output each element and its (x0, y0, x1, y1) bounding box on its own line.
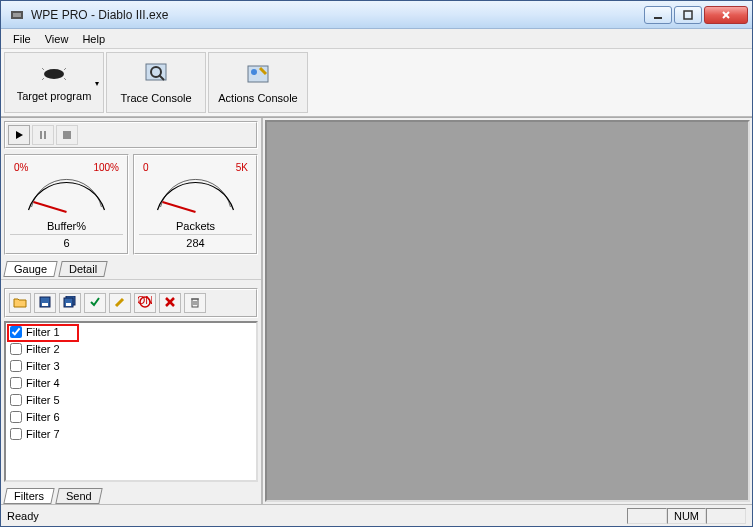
filter-item[interactable]: Filter 6 (6, 408, 256, 425)
filter-item[interactable]: Filter 3 (6, 357, 256, 374)
filter-checkbox[interactable] (10, 343, 22, 355)
trash-icon (189, 296, 201, 310)
filter-toolbar: ON (4, 288, 258, 318)
save-copy-button[interactable] (59, 293, 81, 313)
app-window: WPE PRO - Diablo III.exe File View Help … (0, 0, 753, 527)
menu-view[interactable]: View (39, 31, 75, 47)
filter-label: Filter 5 (26, 394, 60, 406)
svg-line-28 (116, 299, 123, 306)
buffer-gauge-high: 100% (93, 162, 119, 173)
delete-button[interactable] (159, 293, 181, 313)
play-button[interactable] (8, 125, 30, 145)
svg-rect-1 (13, 13, 21, 17)
packets-gauge-high: 5K (236, 162, 248, 173)
filter-label: Filter 4 (26, 377, 60, 389)
svg-rect-19 (44, 131, 46, 139)
clear-button[interactable] (184, 293, 206, 313)
tab-detail[interactable]: Detail (58, 261, 108, 277)
maximize-button[interactable] (674, 6, 702, 24)
edit-button[interactable] (109, 293, 131, 313)
trace-console-button[interactable]: Trace Console (106, 52, 206, 113)
trace-console-label: Trace Console (120, 92, 191, 104)
svg-text:ON: ON (138, 296, 152, 306)
window-controls (644, 6, 748, 24)
filter-checkbox[interactable] (10, 428, 22, 440)
app-icon (9, 7, 25, 23)
content-area (265, 120, 750, 502)
filter-item[interactable]: Filter 4 (6, 374, 256, 391)
filter-item[interactable]: Filter 7 (6, 425, 256, 442)
actions-console-button[interactable]: Actions Console (208, 52, 308, 113)
floppy-stack-icon (63, 296, 77, 310)
playback-controls (4, 121, 258, 149)
buffer-gauge-value: 6 (10, 234, 123, 249)
menu-help[interactable]: Help (76, 31, 111, 47)
check-icon (89, 296, 101, 310)
pencil-note-icon (244, 62, 272, 88)
filter-checkbox[interactable] (10, 411, 22, 423)
close-button[interactable] (704, 6, 748, 24)
filter-item[interactable]: Filter 1 (6, 323, 256, 340)
open-folder-button[interactable] (9, 293, 31, 313)
stop-button[interactable] (56, 125, 78, 145)
splitter[interactable] (1, 279, 261, 285)
filter-label: Filter 6 (26, 411, 60, 423)
title-bar: WPE PRO - Diablo III.exe (1, 1, 752, 29)
x-icon (164, 296, 176, 310)
svg-rect-18 (40, 131, 42, 139)
svg-point-15 (251, 69, 257, 75)
filter-label: Filter 3 (26, 360, 60, 372)
left-pane: 0% 100% Buffer% 6 0 5K Packets 284 (1, 118, 263, 504)
svg-line-21 (34, 202, 67, 212)
magnifier-icon (142, 62, 170, 88)
filter-label: Filter 2 (26, 343, 60, 355)
minimize-button[interactable] (644, 6, 672, 24)
svg-marker-17 (16, 131, 23, 139)
filter-item[interactable]: Filter 5 (6, 391, 256, 408)
status-bar: Ready NUM (1, 504, 752, 526)
target-program-button[interactable]: Target program ▾ (4, 52, 104, 113)
pencil-icon (114, 296, 126, 310)
target-program-label: Target program (17, 90, 92, 102)
filter-checkbox[interactable] (10, 377, 22, 389)
menu-file[interactable]: File (7, 31, 37, 47)
gauge-tabs: Gauge Detail (1, 257, 261, 277)
filter-item[interactable]: Filter 2 (6, 340, 256, 357)
status-cell-3 (706, 508, 746, 524)
filter-tabs: Filters Send (1, 484, 261, 504)
pause-button[interactable] (32, 125, 54, 145)
main-toolbar: Target program ▾ Trace Console Actions C… (1, 49, 752, 117)
filter-checkbox[interactable] (10, 394, 22, 406)
tab-gauge[interactable]: Gauge (3, 261, 57, 277)
packets-gauge-value: 284 (139, 234, 252, 249)
body: 0% 100% Buffer% 6 0 5K Packets 284 (1, 117, 752, 504)
svg-point-6 (44, 69, 64, 79)
folder-open-icon (13, 296, 27, 310)
svg-line-22 (163, 202, 196, 212)
save-button[interactable] (34, 293, 56, 313)
floppy-icon (39, 296, 51, 310)
filter-checkbox[interactable] (10, 326, 22, 338)
packets-gauge-low: 0 (143, 162, 149, 173)
buffer-gauge-low: 0% (14, 162, 28, 173)
gauges-panel: 0% 100% Buffer% 6 0 5K Packets 284 (4, 154, 258, 255)
dropdown-arrow-icon: ▾ (95, 78, 99, 87)
menu-bar: File View Help (1, 29, 752, 49)
window-title: WPE PRO - Diablo III.exe (29, 8, 644, 22)
tab-filters[interactable]: Filters (3, 488, 54, 504)
filter-checkbox[interactable] (10, 360, 22, 372)
packets-gauge-label: Packets (139, 220, 252, 232)
svg-rect-33 (192, 299, 198, 307)
svg-rect-20 (63, 131, 71, 139)
svg-line-8 (64, 68, 66, 70)
filter-label: Filter 1 (26, 326, 60, 338)
svg-rect-27 (66, 303, 71, 306)
svg-line-7 (42, 68, 44, 70)
filter-label: Filter 7 (26, 428, 60, 440)
tab-send[interactable]: Send (55, 488, 102, 504)
filter-list[interactable]: Filter 1Filter 2Filter 3Filter 4Filter 5… (4, 321, 258, 482)
svg-line-9 (42, 78, 44, 80)
apply-button[interactable] (84, 293, 106, 313)
svg-rect-3 (684, 11, 692, 19)
toggle-on-button[interactable]: ON (134, 293, 156, 313)
